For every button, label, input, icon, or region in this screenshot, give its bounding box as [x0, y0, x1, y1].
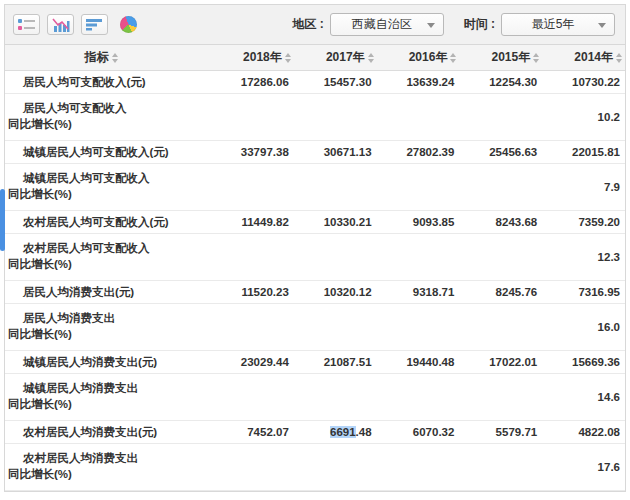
cell-2015年 [459, 164, 542, 210]
cell-2015年: 12254.30 [459, 71, 542, 93]
cell-2016年: 19440.48 [377, 351, 460, 373]
cell-2015年: 8243.68 [459, 211, 542, 233]
indicator-label: 农村居民人均消费支出同比增长(%) [5, 444, 211, 490]
cell-2014年: 14.6 [542, 374, 625, 420]
cell-2015年: 25456.63 [459, 141, 542, 163]
cell-2018年: 11449.82 [211, 211, 294, 233]
indicator-label: 城镇居民人均可支配收入同比增长(%) [5, 164, 211, 210]
cell-2015年 [459, 374, 542, 420]
cell-2015年 [459, 304, 542, 350]
line-bar-chart-icon [52, 18, 70, 32]
cell-2018年: 17286.06 [211, 71, 294, 93]
cell-2016年: 13639.24 [377, 71, 460, 93]
horizontal-bar-chart-button[interactable] [81, 14, 108, 35]
cell-2014年: 22015.81 [542, 141, 625, 163]
column-header-indicator[interactable]: 指标 [5, 49, 211, 66]
column-header-2018[interactable]: 2018年 [211, 49, 294, 66]
cell-2014年: 4822.08 [542, 421, 625, 443]
table-row: 农村居民人均消费支出(元)7452.076691.486070.325579.7… [5, 421, 625, 444]
cell-2014年: 10.2 [542, 94, 625, 140]
indicator-label: 农村居民人均消费支出(元) [5, 421, 211, 443]
indicator-label: 居民人均消费支出同比增长(%) [5, 304, 211, 350]
indicator-label: 城镇居民人均消费支出同比增长(%) [5, 374, 211, 420]
column-header-2015[interactable]: 2015年 [459, 49, 542, 66]
scroll-indicator[interactable] [0, 189, 5, 251]
cell-2017年 [294, 374, 377, 420]
sort-icon[interactable] [450, 53, 456, 63]
cell-2017年: 10330.21 [294, 211, 377, 233]
table-row: 农村居民人均可支配收入(元)11449.8210330.219093.85824… [5, 211, 625, 234]
sort-icon[interactable] [616, 53, 622, 63]
cell-2015年: 17022.01 [459, 351, 542, 373]
table-body: 居民人均可支配收入(元)17286.0615457.3013639.241225… [5, 71, 625, 491]
cell-2018年 [211, 374, 294, 420]
cell-2016年 [377, 234, 460, 280]
cell-2016年: 9093.85 [377, 211, 460, 233]
horizontal-bar-chart-icon [86, 18, 103, 31]
chevron-down-icon [427, 23, 435, 28]
toolbar: 地区 : 西藏自治区 时间 : 最近5年 [5, 5, 625, 45]
cell-2017年: 30671.13 [294, 141, 377, 163]
table-row: 城镇居民人均消费支出(元)23029.4421087.5119440.48170… [5, 351, 625, 374]
table-row: 城镇居民人均消费支出同比增长(%)14.6 [5, 374, 625, 421]
cell-2016年 [377, 444, 460, 490]
sort-icon[interactable] [112, 53, 118, 63]
column-header-2017[interactable]: 2017年 [294, 49, 377, 66]
table-row: 居民人均可支配收入(元)17286.0615457.3013639.241225… [5, 71, 625, 94]
sort-icon[interactable] [533, 53, 539, 63]
cell-2017年: 15457.30 [294, 71, 377, 93]
cell-text: .48 [356, 426, 372, 438]
list-view-icon [18, 19, 35, 30]
cell-2015年 [459, 444, 542, 490]
table-row: 城镇居民人均可支配收入(元)33797.3830671.1327802.3925… [5, 141, 625, 164]
pie-chart-icon [120, 16, 137, 33]
column-header-2014[interactable]: 2014年 [542, 49, 625, 66]
region-select-value: 西藏自治区 [352, 16, 422, 33]
column-header-label: 2016年 [409, 49, 448, 66]
indicator-label: 农村居民人均可支配收入同比增长(%) [5, 234, 211, 280]
time-select[interactable]: 最近5年 [501, 13, 615, 36]
table-row: 农村居民人均消费支出同比增长(%)17.6 [5, 444, 625, 491]
pie-chart-button[interactable] [115, 14, 142, 35]
indicator-label: 城镇居民人均可支配收入(元) [5, 141, 211, 163]
column-header-label: 2018年 [243, 49, 282, 66]
table-row: 农村居民人均可支配收入同比增长(%)12.3 [5, 234, 625, 281]
column-header-label: 2015年 [491, 49, 530, 66]
cell-2015年: 5579.71 [459, 421, 542, 443]
column-header-2016[interactable]: 2016年 [377, 49, 460, 66]
cell-2018年 [211, 304, 294, 350]
cell-2018年 [211, 234, 294, 280]
table-row: 居民人均可支配收入同比增长(%)10.2 [5, 94, 625, 141]
line-bar-chart-button[interactable] [47, 14, 74, 35]
cell-2018年: 11520.23 [211, 281, 294, 303]
sort-icon[interactable] [368, 53, 374, 63]
cell-2016年 [377, 94, 460, 140]
cell-2014年: 15669.36 [542, 351, 625, 373]
indicator-label: 居民人均可支配收入(元) [5, 71, 211, 93]
cell-2018年: 23029.44 [211, 351, 294, 373]
cell-2017年: 6691.48 [294, 421, 377, 443]
list-view-button[interactable] [13, 14, 40, 35]
cell-2015年 [459, 234, 542, 280]
cell-2016年: 6070.32 [377, 421, 460, 443]
column-header-label: 2017年 [326, 49, 365, 66]
region-label: 地区 : [292, 16, 323, 33]
time-label: 时间 : [464, 16, 495, 33]
indicator-label: 居民人均消费支出(元) [5, 281, 211, 303]
cell-2017年 [294, 94, 377, 140]
cell-2017年 [294, 444, 377, 490]
table-row: 居民人均消费支出同比增长(%)16.0 [5, 304, 625, 351]
cell-2018年: 33797.38 [211, 141, 294, 163]
table-row: 居民人均消费支出(元)11520.2310320.129318.718245.7… [5, 281, 625, 304]
region-select[interactable]: 西藏自治区 [330, 13, 444, 36]
cell-2018年: 7452.07 [211, 421, 294, 443]
time-select-value: 最近5年 [532, 16, 585, 33]
indicator-label: 居民人均可支配收入同比增长(%) [5, 94, 211, 140]
cell-2018年 [211, 94, 294, 140]
sort-icon[interactable] [285, 53, 291, 63]
cell-2014年: 17.6 [542, 444, 625, 490]
cell-2016年: 9318.71 [377, 281, 460, 303]
cell-2018年 [211, 164, 294, 210]
cell-2017年: 10320.12 [294, 281, 377, 303]
cell-2015年: 8245.76 [459, 281, 542, 303]
